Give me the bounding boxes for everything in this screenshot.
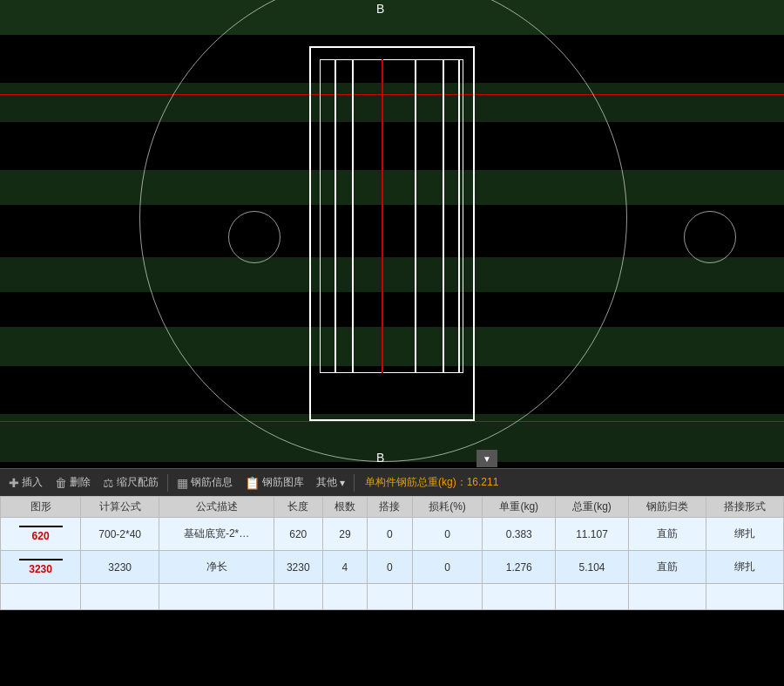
total-weight-label: 单构件钢筋总重(kg)：16.211 (365, 475, 498, 490)
rebar-line-4 (443, 59, 444, 373)
table-cell: 净长 (159, 551, 274, 584)
rebar-line-5 (458, 59, 460, 373)
table-cell: 直筋 (628, 551, 706, 584)
table-cell: 3230 (81, 551, 159, 584)
table-cell: 绑扎 (706, 518, 783, 551)
table-cell: 0 (368, 518, 413, 551)
table-cell: 29 (322, 518, 368, 551)
separator-2 (354, 474, 355, 492)
col-header-count: 根数 (322, 497, 368, 518)
delete-icon: 🗑 (55, 476, 67, 490)
table-cell: 1.276 (483, 551, 556, 584)
empty-cell (368, 584, 413, 610)
table-cell: 700-2*40 (81, 518, 159, 551)
empty-cell (322, 584, 368, 610)
rebar-library-button[interactable]: 📋 钢筋图库 (240, 473, 309, 492)
table-cell: 直筋 (628, 518, 706, 551)
table-cell: 绑扎 (706, 551, 783, 584)
col-header-lap-type: 搭接形式 (706, 497, 783, 518)
empty-cell (159, 584, 274, 610)
rebar-library-icon: 📋 (245, 476, 260, 490)
col-header-loss: 损耗(%) (412, 497, 483, 518)
collapse-button[interactable]: ▼ (476, 450, 497, 467)
delete-button[interactable]: 🗑 删除 (50, 473, 96, 492)
table-cell: 620 (274, 518, 322, 551)
other-dropdown-icon: ▾ (340, 477, 345, 489)
rebar-info-button[interactable]: ▦ 钢筋信息 (172, 473, 238, 492)
scale-button[interactable]: ⚖ 缩尺配筋 (98, 473, 164, 492)
cell-shape: 620 (1, 518, 81, 551)
rebar-line-3 (415, 59, 416, 373)
table-header-row: 图形 计算公式 公式描述 长度 根数 搭接 损耗(%) 单重(kg) 总重(kg… (1, 497, 784, 518)
table-cell: 11.107 (556, 518, 629, 551)
rebar-line-1 (335, 59, 336, 373)
table-cell: 0 (412, 518, 483, 551)
empty-cell (483, 584, 556, 610)
toolbar: ✚ 插入 🗑 删除 ⚖ 缩尺配筋 ▦ 钢筋信息 📋 钢筋图库 其他 ▾ 单构件钢… (0, 468, 784, 496)
other-button[interactable]: 其他 ▾ (311, 473, 350, 492)
insert-button[interactable]: ✚ 插入 (3, 473, 48, 492)
table-cell: 0 (368, 551, 413, 584)
table-row[interactable]: 32303230净长32304001.2765.104直筋绑扎 (1, 551, 784, 584)
label-b-top: B (376, 2, 384, 16)
data-table: 图形 计算公式 公式描述 长度 根数 搭接 损耗(%) 单重(kg) 总重(kg… (0, 496, 784, 610)
table-cell: 0.383 (483, 518, 556, 551)
table-cell: 5.104 (556, 551, 629, 584)
table-cell: 4 (322, 551, 368, 584)
cell-shape: 3230 (1, 551, 81, 584)
small-circle-right (684, 211, 736, 263)
col-header-length: 长度 (274, 497, 322, 518)
col-header-shape: 图形 (1, 497, 81, 518)
cad-viewport: B B ▼ (0, 0, 784, 468)
table-cell: 3230 (274, 551, 322, 584)
empty-cell (412, 584, 483, 610)
empty-cell (81, 584, 159, 610)
empty-cell (706, 584, 783, 610)
col-header-lap: 搭接 (368, 497, 413, 518)
empty-cell (556, 584, 629, 610)
col-header-total-weight: 总重(kg) (556, 497, 629, 518)
col-header-unit-weight: 单重(kg) (483, 497, 556, 518)
label-b-bottom: B (376, 451, 384, 465)
col-header-category: 钢筋归类 (628, 497, 706, 518)
rebar-line-red (382, 59, 383, 373)
empty-cell (1, 584, 81, 610)
empty-cell (628, 584, 706, 610)
col-header-formula: 计算公式 (81, 497, 159, 518)
table-cell: 基础底宽-2*… (159, 518, 274, 551)
small-circle-left (228, 211, 280, 263)
table-cell: 0 (412, 551, 483, 584)
empty-cell (274, 584, 322, 610)
scale-icon: ⚖ (103, 476, 114, 490)
col-header-desc: 公式描述 (159, 497, 274, 518)
table-row-empty (1, 584, 784, 610)
rebar-info-icon: ▦ (177, 476, 188, 490)
table-row[interactable]: 620700-2*40基础底宽-2*…62029000.38311.107直筋绑… (1, 518, 784, 551)
rebar-line-2 (352, 59, 354, 373)
separator-1 (167, 474, 168, 492)
insert-icon: ✚ (9, 476, 19, 490)
